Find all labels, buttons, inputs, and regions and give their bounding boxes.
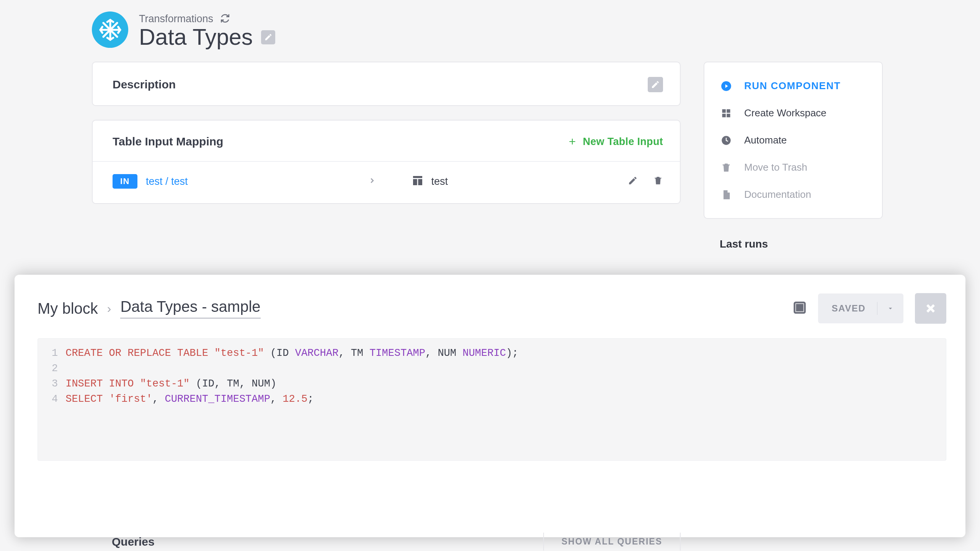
component-logo	[92, 11, 128, 48]
code-content[interactable]: CREATE OR REPLACE TABLE "test-1" (ID VAR…	[65, 346, 518, 407]
play-icon	[720, 81, 732, 91]
delete-mapping-button[interactable]	[653, 176, 663, 187]
automate-button[interactable]: Automate	[704, 127, 882, 154]
create-workspace-label: Create Workspace	[744, 107, 826, 119]
workspace-icon	[720, 108, 732, 119]
editor-breadcrumb-root[interactable]: My block	[38, 300, 98, 317]
table-icon	[412, 174, 424, 188]
saved-label: SAVED	[832, 303, 866, 314]
create-workspace-button[interactable]: Create Workspace	[704, 99, 882, 127]
pencil-icon	[651, 80, 660, 89]
documentation-label: Documentation	[744, 189, 811, 201]
svg-rect-7	[797, 305, 802, 311]
chevron-right-icon: ›	[98, 302, 121, 316]
trash-icon	[653, 176, 663, 186]
new-table-input-label: New Table Input	[583, 136, 663, 148]
in-badge: IN	[113, 174, 137, 189]
documentation-button[interactable]: Documentation	[704, 181, 882, 208]
close-icon	[925, 303, 936, 314]
move-to-trash-label: Move to Trash	[744, 161, 807, 173]
queries-section: Queries SHOW ALL QUERIES	[92, 533, 681, 551]
table-input-mapping-title: Table Input Mapping	[113, 135, 223, 148]
clock-icon	[720, 135, 732, 146]
description-card: Description	[92, 62, 681, 106]
chevron-right-icon	[368, 176, 376, 186]
refresh-icon[interactable]	[220, 13, 230, 25]
move-to-trash-button[interactable]: Move to Trash	[704, 154, 882, 181]
pencil-icon	[264, 33, 273, 41]
table-input-mapping-card: Table Input Mapping New Table Input IN t…	[92, 120, 681, 204]
trash-icon	[720, 162, 732, 173]
new-table-input-button[interactable]: New Table Input	[567, 136, 663, 148]
plus-icon	[567, 137, 577, 147]
show-all-queries-button[interactable]: SHOW ALL QUERIES	[543, 533, 681, 551]
run-component-label: RUN COMPONENT	[744, 80, 841, 92]
source-table-link[interactable]: test / test	[146, 176, 188, 187]
sql-editor[interactable]: 1 2 3 4 CREATE OR REPLACE TABLE "test-1"…	[38, 338, 946, 461]
run-component-button[interactable]: RUN COMPONENT	[704, 72, 882, 99]
dest-table-name: test	[431, 176, 448, 187]
breadcrumb-transformations[interactable]: Transformations	[139, 13, 213, 25]
edit-description-button[interactable]	[648, 77, 663, 92]
queries-title: Queries	[92, 535, 155, 548]
automate-label: Automate	[744, 134, 787, 146]
caret-down-icon	[887, 305, 894, 312]
page-title: Data Types	[139, 24, 253, 50]
mapping-row[interactable]: IN test / test test	[93, 161, 680, 203]
maximize-button[interactable]	[793, 301, 807, 316]
page-header: Transformations Data Types	[0, 0, 980, 50]
snowflake-icon	[98, 18, 122, 42]
saved-button[interactable]: SAVED	[818, 293, 903, 323]
line-gutter: 1 2 3 4	[38, 346, 65, 407]
edit-title-button[interactable]	[261, 30, 275, 44]
description-title: Description	[113, 78, 176, 91]
code-editor-panel: My block › Data Types - sample SAVED 1 2…	[15, 275, 965, 537]
document-icon	[720, 189, 732, 200]
editor-title[interactable]: Data Types - sample	[120, 298, 260, 319]
close-editor-button[interactable]	[915, 293, 946, 324]
actions-panel: RUN COMPONENT Create Workspace Automate …	[704, 62, 883, 219]
last-runs-heading: Last runs	[704, 219, 883, 250]
pencil-icon	[628, 176, 638, 186]
edit-mapping-button[interactable]	[628, 176, 638, 187]
